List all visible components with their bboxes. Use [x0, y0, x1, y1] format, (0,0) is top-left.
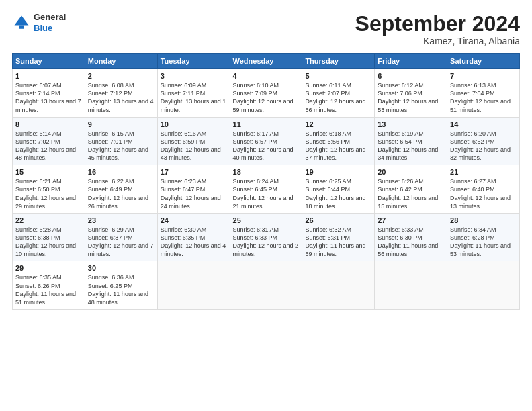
sunrise: Sunrise: 6:14 AM	[15, 130, 62, 137]
daylight: Daylight: 12 hours and 43 minutes.	[161, 146, 221, 161]
day-info: Sunrise: 6:10 AM Sunset: 7:09 PM Dayligh…	[233, 81, 300, 114]
day-info: Sunrise: 6:25 AM Sunset: 6:44 PM Dayligh…	[305, 177, 371, 210]
col-tuesday: Tuesday	[157, 54, 230, 69]
day-info: Sunrise: 6:13 AM Sunset: 7:04 PM Dayligh…	[450, 81, 517, 114]
sunset: Sunset: 7:07 PM	[305, 90, 350, 97]
title-block: September 2024 Kamez, Tirana, Albania	[355, 12, 520, 46]
day-info: Sunrise: 6:11 AM Sunset: 7:07 PM Dayligh…	[305, 81, 371, 114]
daylight: Daylight: 12 hours and 32 minutes.	[450, 146, 511, 161]
day-number: 13	[378, 120, 444, 128]
daylight: Daylight: 12 hours and 15 minutes.	[378, 195, 438, 210]
day-info: Sunrise: 6:23 AM Sunset: 6:47 PM Dayligh…	[161, 177, 227, 210]
sunrise: Sunrise: 6:27 AM	[450, 178, 496, 185]
sunrise: Sunrise: 6:31 AM	[233, 226, 279, 233]
sunset: Sunset: 6:50 PM	[15, 186, 60, 193]
day-number: 8	[15, 120, 82, 128]
daylight: Daylight: 11 hours and 53 minutes.	[450, 242, 511, 257]
day-number: 27	[378, 216, 444, 224]
day-cell: 18 Sunrise: 6:24 AM Sunset: 6:45 PM Dayl…	[230, 165, 302, 214]
day-cell: 2 Sunrise: 6:08 AM Sunset: 7:12 PM Dayli…	[85, 69, 157, 118]
sunset: Sunset: 6:47 PM	[161, 186, 206, 193]
day-number: 30	[88, 264, 154, 272]
week-row-5: 29 Sunrise: 6:35 AM Sunset: 6:26 PM Dayl…	[13, 261, 520, 310]
sunrise: Sunrise: 6:36 AM	[88, 274, 134, 281]
daylight: Daylight: 12 hours and 34 minutes.	[378, 146, 438, 161]
daylight: Daylight: 12 hours and 56 minutes.	[305, 98, 365, 113]
day-info: Sunrise: 6:34 AM Sunset: 6:28 PM Dayligh…	[450, 226, 517, 259]
sunrise: Sunrise: 6:09 AM	[161, 82, 207, 89]
day-number: 7	[450, 72, 517, 80]
sunset: Sunset: 6:49 PM	[88, 186, 133, 193]
logo: General Blue	[12, 12, 66, 33]
sunset: Sunset: 7:14 PM	[15, 90, 60, 97]
sunset: Sunset: 6:26 PM	[15, 283, 60, 289]
week-row-1: 1 Sunrise: 6:07 AM Sunset: 7:14 PM Dayli…	[13, 69, 520, 118]
day-cell: 14 Sunrise: 6:20 AM Sunset: 6:52 PM Dayl…	[447, 117, 520, 165]
day-number: 19	[305, 168, 371, 176]
day-cell: 27 Sunrise: 6:33 AM Sunset: 6:30 PM Dayl…	[375, 213, 447, 261]
daylight: Daylight: 12 hours and 51 minutes.	[450, 98, 511, 113]
logo-text: General Blue	[34, 12, 66, 33]
daylight: Daylight: 12 hours and 13 minutes.	[450, 195, 511, 210]
day-cell: 26 Sunrise: 6:32 AM Sunset: 6:31 PM Dayl…	[302, 213, 375, 261]
calendar-header: Sunday Monday Tuesday Wednesday Thursday…	[13, 54, 520, 69]
logo-icon	[12, 13, 31, 32]
day-cell	[157, 261, 230, 310]
logo-blue: Blue	[34, 23, 66, 34]
sunrise: Sunrise: 6:18 AM	[305, 130, 351, 137]
sunrise: Sunrise: 6:13 AM	[450, 82, 496, 89]
day-number: 17	[161, 168, 227, 176]
day-number: 25	[233, 216, 300, 224]
sunrise: Sunrise: 6:34 AM	[450, 226, 496, 233]
sunset: Sunset: 6:25 PM	[88, 283, 133, 289]
col-thursday: Thursday	[302, 54, 375, 69]
day-cell: 9 Sunrise: 6:15 AM Sunset: 7:01 PM Dayli…	[85, 117, 157, 165]
sunset: Sunset: 6:54 PM	[378, 138, 423, 145]
day-info: Sunrise: 6:31 AM Sunset: 6:33 PM Dayligh…	[233, 226, 300, 259]
sunset: Sunset: 6:57 PM	[233, 138, 278, 145]
daylight: Daylight: 13 hours and 4 minutes.	[88, 98, 154, 113]
sunset: Sunset: 6:45 PM	[233, 186, 278, 193]
day-number: 21	[450, 168, 517, 176]
sunset: Sunset: 6:30 PM	[378, 234, 423, 241]
day-info: Sunrise: 6:12 AM Sunset: 7:06 PM Dayligh…	[378, 81, 444, 114]
day-info: Sunrise: 6:29 AM Sunset: 6:37 PM Dayligh…	[88, 226, 154, 259]
sunset: Sunset: 6:59 PM	[161, 138, 206, 145]
day-number: 20	[378, 168, 444, 176]
daylight: Daylight: 12 hours and 2 minutes.	[233, 242, 299, 257]
daylight: Daylight: 12 hours and 40 minutes.	[233, 146, 294, 161]
day-cell	[230, 261, 302, 310]
daylight: Daylight: 11 hours and 48 minutes.	[88, 291, 148, 306]
day-info: Sunrise: 6:14 AM Sunset: 7:02 PM Dayligh…	[15, 130, 82, 163]
day-cell: 11 Sunrise: 6:17 AM Sunset: 6:57 PM Dayl…	[230, 117, 302, 165]
day-number: 4	[233, 72, 300, 80]
day-info: Sunrise: 6:18 AM Sunset: 6:56 PM Dayligh…	[305, 130, 371, 163]
daylight: Daylight: 13 hours and 1 minute.	[161, 98, 226, 113]
day-cell: 19 Sunrise: 6:25 AM Sunset: 6:44 PM Dayl…	[302, 165, 375, 214]
day-cell: 1 Sunrise: 6:07 AM Sunset: 7:14 PM Dayli…	[13, 69, 85, 118]
day-info: Sunrise: 6:24 AM Sunset: 6:45 PM Dayligh…	[233, 177, 300, 210]
daylight: Daylight: 12 hours and 37 minutes.	[305, 146, 365, 161]
daylight: Daylight: 12 hours and 29 minutes.	[15, 195, 76, 210]
day-cell	[447, 261, 520, 310]
day-cell: 20 Sunrise: 6:26 AM Sunset: 6:42 PM Dayl…	[375, 165, 447, 214]
day-info: Sunrise: 6:15 AM Sunset: 7:01 PM Dayligh…	[88, 130, 154, 163]
day-cell: 28 Sunrise: 6:34 AM Sunset: 6:28 PM Dayl…	[447, 213, 520, 261]
day-info: Sunrise: 6:26 AM Sunset: 6:42 PM Dayligh…	[378, 177, 444, 210]
day-info: Sunrise: 6:32 AM Sunset: 6:31 PM Dayligh…	[305, 226, 371, 259]
day-number: 10	[161, 120, 227, 128]
day-info: Sunrise: 6:09 AM Sunset: 7:11 PM Dayligh…	[161, 81, 227, 114]
sunrise: Sunrise: 6:12 AM	[378, 82, 424, 89]
sunrise: Sunrise: 6:10 AM	[233, 82, 279, 89]
sunrise: Sunrise: 6:21 AM	[15, 178, 62, 185]
day-info: Sunrise: 6:19 AM Sunset: 6:54 PM Dayligh…	[378, 130, 444, 163]
daylight: Daylight: 12 hours and 26 minutes.	[88, 195, 148, 210]
day-number: 11	[233, 120, 300, 128]
sunrise: Sunrise: 6:16 AM	[161, 130, 207, 137]
day-number: 2	[88, 72, 154, 80]
day-number: 15	[15, 168, 82, 176]
day-cell: 24 Sunrise: 6:30 AM Sunset: 6:35 PM Dayl…	[157, 213, 230, 261]
day-info: Sunrise: 6:08 AM Sunset: 7:12 PM Dayligh…	[88, 81, 154, 114]
sunrise: Sunrise: 6:25 AM	[305, 178, 351, 185]
day-number: 14	[450, 120, 517, 128]
